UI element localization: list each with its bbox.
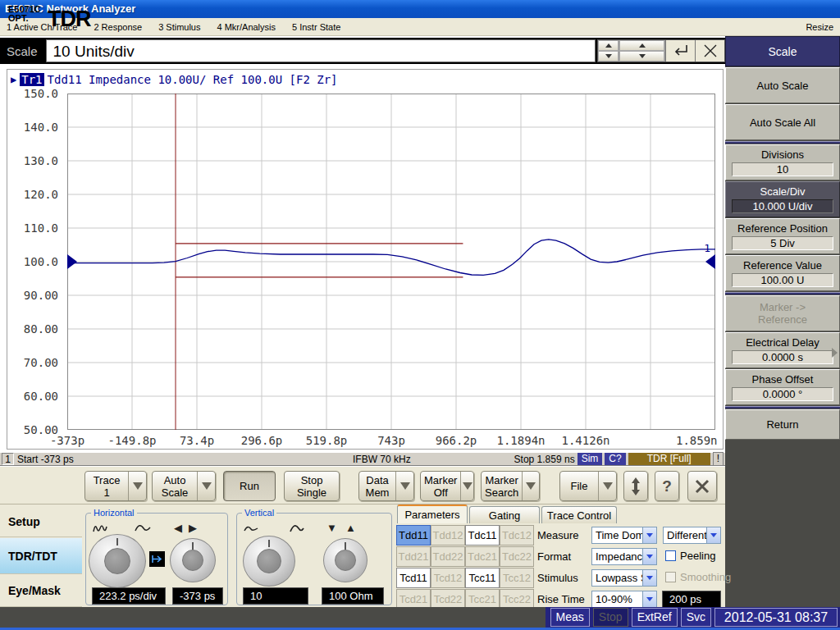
menu-item-mkr-analysis[interactable]: 4 Mkr/Analysis: [217, 22, 276, 32]
down-arrow-icon: [605, 54, 612, 58]
down-triangle-icon: ▼: [326, 522, 337, 534]
data-mem-button[interactable]: DataMem: [358, 471, 414, 501]
tab-parameters[interactable]: Parameters: [397, 504, 468, 523]
ifbw-value: IFBW 70 kHz: [353, 454, 411, 465]
minimize-restore-button[interactable]: [623, 471, 648, 501]
menu-item-instr-state[interactable]: 5 Instr State: [292, 22, 340, 32]
softkey-auto-scale[interactable]: Auto Scale: [725, 67, 840, 103]
sparse-wave-icon: [243, 523, 259, 535]
scale-div-value: 10.000 U/div: [732, 199, 833, 213]
sparse-wave-icon: [289, 522, 305, 535]
trace-select-button[interactable]: Trace1: [84, 471, 147, 501]
vertical-position-display: 100 Ohm: [322, 587, 384, 605]
dense-wave-icon: [92, 522, 110, 535]
vertical-scale-icon-large: [289, 522, 305, 535]
matrix-cell-tdc12: Tdc12: [500, 525, 534, 546]
tab-eye-mask[interactable]: Eye/Mask: [0, 575, 82, 607]
coarse-spin-up-button[interactable]: [619, 40, 664, 51]
dropdown-arrow-icon[interactable]: [642, 527, 656, 543]
matrix-cell-tdc11[interactable]: Tdc11: [465, 525, 500, 546]
sparse-wave-icon: [134, 522, 152, 535]
svg-text:1: 1: [704, 242, 710, 254]
entry-bar-label: Scale: [0, 44, 46, 58]
dropdown-arrow-icon[interactable]: [642, 549, 656, 564]
alert-badge: !: [713, 452, 724, 466]
softkey-menu-title: Scale: [725, 36, 840, 66]
marker-search-button[interactable]: MarkerSearch: [481, 471, 540, 501]
entry-close-button[interactable]: [695, 40, 724, 62]
channel-status-bar: 1 Start -373 ps IFBW 70 kHz Stop 1.859 n…: [0, 452, 725, 466]
rise-time-display: 200 ps: [662, 591, 721, 608]
auto-scale-button[interactable]: AutoScale: [152, 471, 216, 501]
measure-mode-dropdown[interactable]: Differentia: [663, 527, 721, 544]
fine-spinner: [598, 40, 619, 62]
horizontal-position-knob[interactable]: [170, 538, 216, 582]
menu-item-stimulus[interactable]: 3 Stimulus: [158, 22, 200, 32]
marker-off-button[interactable]: MarkerOff: [420, 471, 474, 501]
matrix-cell-tcd12: Tcd12: [431, 568, 465, 588]
softkey-electrical-delay[interactable]: Electrical Delay 0.0000 s: [725, 332, 840, 368]
matrix-cell-tcc11[interactable]: Tcc11: [465, 568, 500, 588]
tab-tdr-tdt[interactable]: TDR/TDT: [0, 538, 82, 574]
menu-item-response[interactable]: 2 Response: [94, 22, 142, 32]
menu-item-resize[interactable]: Resize: [806, 22, 833, 32]
stimulus-stop: Stop 1.859 ns: [514, 454, 575, 465]
matrix-cell-tcd11[interactable]: Tcd11: [396, 568, 431, 588]
peeling-checkbox[interactable]: Peeling: [665, 550, 715, 562]
softkey-reference-position[interactable]: Reference Position 5 Div: [725, 218, 840, 254]
dropdown-arrow-icon[interactable]: [598, 472, 616, 500]
entry-enter-button[interactable]: [665, 40, 695, 62]
entry-bar-value-field[interactable]: 10 Units/div: [46, 39, 596, 62]
rise-time-dropdown[interactable]: 10-90%: [591, 591, 657, 608]
dropdown-arrow-icon[interactable]: [395, 472, 413, 500]
softkey-reference-value[interactable]: Reference Value 100.00 U: [725, 255, 840, 291]
y-tick-label: 70.00: [12, 356, 58, 369]
run-button[interactable]: Run: [223, 471, 276, 501]
tab-gating[interactable]: Gating: [469, 506, 540, 523]
matrix-cell-tdd11[interactable]: Tdd11: [396, 525, 431, 546]
dropdown-arrow-icon[interactable]: [642, 570, 656, 586]
vertical-position-knob[interactable]: [323, 538, 368, 582]
marker-to-start-icon[interactable]: [149, 551, 165, 567]
x-tick-label: 296.6p: [241, 434, 283, 447]
horizontal-position-display: -373 ps: [172, 587, 223, 605]
softkey-divisions[interactable]: Divisions 10: [725, 144, 840, 180]
softkey-separator: [725, 141, 840, 144]
fine-spin-down-button[interactable]: [598, 51, 619, 62]
stimulus-dropdown[interactable]: Lowpass S: [591, 569, 657, 587]
checkbox-icon: [665, 572, 676, 582]
tab-setup[interactable]: Setup: [0, 506, 82, 537]
format-dropdown[interactable]: Impedance: [591, 548, 657, 565]
matrix-cell-tdd22: Tdd22: [431, 546, 465, 567]
close-tdr-button[interactable]: [687, 471, 717, 501]
dropdown-arrow-icon[interactable]: [522, 472, 539, 500]
file-button[interactable]: File: [559, 471, 617, 501]
measure-label: Measure: [537, 525, 579, 546]
dropdown-arrow-icon[interactable]: [128, 472, 146, 500]
help-button[interactable]: ?: [655, 471, 679, 501]
horizontal-scale-knob[interactable]: [89, 534, 146, 588]
softkey-return[interactable]: Return: [725, 409, 840, 440]
dropdown-arrow-icon[interactable]: [642, 591, 656, 607]
phase-offset-value: 0.0000 °: [732, 387, 833, 401]
stimulus-start: Start -373 ps: [17, 454, 74, 465]
dropdown-arrow-icon[interactable]: [460, 472, 473, 500]
stop-single-button[interactable]: StopSingle: [284, 471, 340, 501]
x-tick-label: 743p: [377, 434, 405, 447]
vertical-scale-knob[interactable]: [243, 536, 295, 587]
tab-trace-control[interactable]: Trace Control: [541, 506, 617, 523]
softkey-phase-offset[interactable]: Phase Offset 0.0000 °: [725, 369, 840, 405]
measure-domain-dropdown[interactable]: Time Doma: [591, 527, 657, 544]
softkey-auto-scale-all[interactable]: Auto Scale All: [725, 104, 840, 140]
dropdown-arrow-icon[interactable]: [706, 527, 720, 543]
vertical-position-icons: ▼▲: [326, 522, 356, 534]
vertical-scale-display: 10 Ohm/div: [243, 587, 308, 605]
matrix-cell-tdd12: Tdd12: [431, 525, 465, 546]
checkbox-icon[interactable]: [665, 550, 676, 561]
y-tick-label: 100.0: [12, 255, 58, 268]
y-tick-label: 60.00: [12, 390, 58, 403]
softkey-scale-div[interactable]: Scale/Div 10.000 U/div: [725, 181, 840, 217]
coarse-spin-down-button[interactable]: [619, 51, 664, 62]
fine-spin-up-button[interactable]: [598, 40, 619, 51]
dropdown-arrow-icon[interactable]: [197, 472, 215, 500]
